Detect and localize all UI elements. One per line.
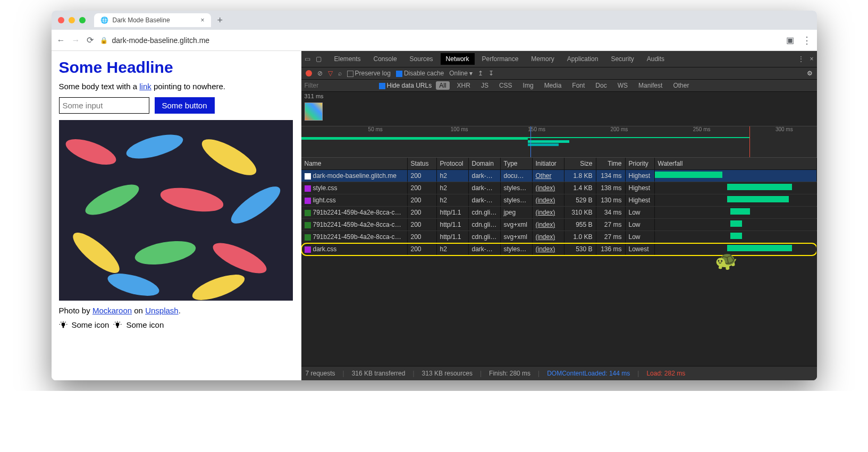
tab-application[interactable]: Application — [562, 53, 604, 65]
col-domain[interactable]: Domain — [469, 158, 501, 169]
device-icon[interactable]: ▢ — [316, 55, 322, 63]
col-time[interactable]: Time — [596, 158, 626, 169]
tab-sources[interactable]: Sources — [404, 53, 439, 65]
devtools-tab-bar: ▭ ▢ Elements Console Sources Network Per… — [301, 51, 817, 67]
chip-other[interactable]: Other — [670, 81, 692, 90]
filter-icon[interactable]: ▽ — [328, 70, 333, 77]
svg-line-18 — [65, 322, 65, 322]
address-bar-row: ← → ⟳ 🔒 dark-mode-baseline.glitch.me ▣ ⋮ — [52, 30, 817, 51]
content-image — [59, 120, 293, 301]
chip-manifest[interactable]: Manifest — [635, 81, 665, 90]
caption-site-link[interactable]: Unsplash — [145, 306, 179, 315]
col-name[interactable]: Name — [301, 158, 408, 169]
overview-timeline[interactable]: 50 ms 100 ms 150 ms 200 ms 250 ms 300 ms — [301, 126, 817, 158]
address-bar[interactable]: 🔒 dark-mode-baseline.glitch.me — [100, 36, 779, 45]
network-row[interactable]: dark-mode-baseline.glitch.me200h2dark-mo… — [301, 170, 817, 182]
network-row[interactable]: dark.css200h2dark-mo…stylesheet(index)53… — [301, 243, 817, 255]
svg-line-24 — [115, 322, 116, 322]
close-tab-icon[interactable]: × — [200, 16, 204, 24]
body-link[interactable]: link — [139, 82, 151, 91]
inspect-icon[interactable]: ▭ — [305, 55, 310, 63]
submit-button[interactable]: Some button — [155, 97, 215, 114]
network-row[interactable]: style.css200h2dark-mo…stylesheet(index)1… — [301, 182, 817, 194]
upload-icon[interactable]: ↥ — [478, 70, 483, 77]
icon-row: Some icon Some icon — [59, 320, 294, 329]
tick: 300 ms — [776, 126, 793, 132]
overview-pane: 311 ms 50 ms 100 ms 150 ms 200 ms 250 ms… — [301, 92, 817, 158]
globe-icon: 🌐 — [100, 16, 108, 24]
col-priority[interactable]: Priority — [626, 158, 655, 169]
status-finish: Finish: 280 ms — [489, 370, 530, 377]
tab-audits[interactable]: Audits — [642, 53, 670, 65]
chip-css[interactable]: CSS — [496, 81, 516, 90]
col-initiator[interactable]: Initiator — [533, 158, 564, 169]
download-icon[interactable]: ↧ — [488, 70, 494, 77]
settings-icon[interactable]: ⚙ — [807, 70, 813, 77]
maximize-window-icon[interactable] — [79, 17, 86, 23]
chip-js[interactable]: JS — [478, 81, 492, 90]
col-status[interactable]: Status — [408, 158, 437, 169]
forward-button[interactable]: → — [72, 36, 80, 45]
network-row[interactable]: 791b2241-459b-4a2e-8cca-c0fdc2…200http/1… — [301, 219, 817, 231]
tab-memory[interactable]: Memory — [526, 53, 559, 65]
chip-media[interactable]: Media — [541, 81, 565, 90]
close-window-icon[interactable] — [58, 17, 64, 23]
network-row[interactable]: light.css200h2dark-mo…stylesheet(index)5… — [301, 194, 817, 207]
disable-cache-checkbox[interactable]: Disable cache — [396, 70, 444, 77]
svg-point-19 — [116, 322, 120, 326]
chip-font[interactable]: Font — [569, 81, 588, 90]
col-type[interactable]: Type — [501, 158, 533, 169]
back-button[interactable]: ← — [57, 36, 65, 45]
tab-network[interactable]: Network — [441, 53, 475, 65]
status-load: Load: 282 ms — [646, 370, 685, 377]
tab-security[interactable]: Security — [605, 53, 639, 65]
close-devtools-icon[interactable]: × — [810, 55, 813, 63]
tab-title: Dark Mode Baseline — [113, 16, 170, 24]
chip-ws[interactable]: WS — [614, 81, 631, 90]
throttle-select[interactable]: Online ▾ — [449, 70, 473, 77]
more-icon[interactable]: ⋮ — [798, 55, 804, 63]
chip-doc[interactable]: Doc — [592, 81, 610, 90]
new-tab-button[interactable]: + — [211, 15, 230, 26]
viewport-split: Some Headline Some body text with a link… — [52, 51, 817, 380]
col-waterfall[interactable]: Waterfall — [655, 158, 817, 169]
filter-row: Filter Hide data URLs All XHR JS CSS Img… — [301, 80, 817, 92]
record-icon[interactable] — [306, 70, 312, 76]
text-input[interactable] — [59, 97, 149, 114]
svg-point-12 — [61, 322, 65, 326]
reload-button[interactable]: ⟳ — [87, 35, 94, 45]
extension-icon[interactable]: ▣ — [785, 35, 796, 45]
menu-icon[interactable]: ⋮ — [802, 35, 812, 46]
tab-console[interactable]: Console — [368, 53, 402, 65]
hide-urls-checkbox[interactable]: Hide data URLs — [379, 82, 432, 89]
preserve-log-checkbox[interactable]: Preserve log — [347, 70, 391, 77]
page-headline: Some Headline — [59, 58, 294, 76]
col-protocol[interactable]: Protocol — [437, 158, 469, 169]
tick: 100 ms — [451, 126, 468, 132]
body-pre: Some body text with a — [59, 82, 140, 91]
browser-window: 🌐 Dark Mode Baseline × + ← → ⟳ 🔒 dark-mo… — [52, 11, 817, 380]
network-row[interactable]: 791b2241-459b-4a2e-8cca-c0fdc2…200http/1… — [301, 207, 817, 219]
screenshot-thumb[interactable] — [305, 103, 323, 121]
network-row[interactable]: 791b2241-459b-4a2e-8cca-c0fdc2…200http/1… — [301, 231, 817, 243]
image-caption: Photo by Mockaroon on Unsplash. — [59, 306, 294, 315]
minimize-window-icon[interactable] — [69, 17, 75, 23]
body-post: pointing to nowhere. — [151, 82, 225, 91]
tab-elements[interactable]: Elements — [329, 53, 366, 65]
col-size[interactable]: Size — [564, 158, 596, 169]
clear-icon[interactable]: ⊘ — [317, 70, 323, 77]
status-transferred: 316 KB transferred — [352, 370, 406, 377]
chip-img[interactable]: Img — [520, 81, 537, 90]
status-resources: 313 KB resources — [422, 370, 473, 377]
browser-tab[interactable]: 🌐 Dark Mode Baseline × — [94, 13, 211, 27]
chip-all[interactable]: All — [436, 81, 449, 90]
tab-performance[interactable]: Performance — [477, 53, 524, 65]
caption-author-link[interactable]: Mockaroon — [92, 306, 132, 315]
filter-input[interactable]: Filter — [301, 80, 376, 91]
search-icon[interactable]: ⌕ — [338, 70, 342, 77]
page-body: Some body text with a link pointing to n… — [59, 82, 294, 91]
svg-line-17 — [61, 322, 61, 322]
caption-end: . — [179, 306, 181, 315]
chip-xhr[interactable]: XHR — [454, 81, 474, 90]
lock-icon: 🔒 — [100, 37, 108, 44]
